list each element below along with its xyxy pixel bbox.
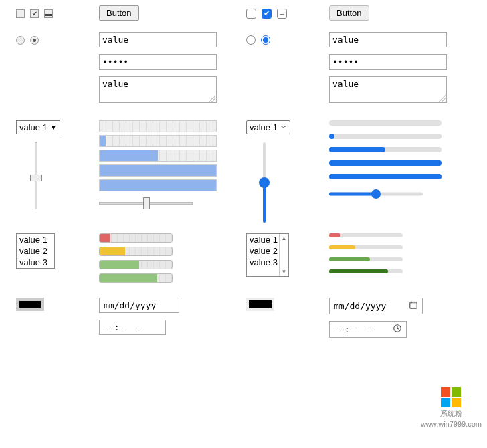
listbox-option[interactable]: value 2 bbox=[17, 245, 54, 257]
meter-old-green2 bbox=[99, 273, 173, 283]
select-new-label: value 1 bbox=[250, 122, 278, 132]
scrollbar[interactable]: ▲ ▼ bbox=[279, 234, 288, 276]
checkbox-new-indeterminate[interactable] bbox=[277, 9, 287, 19]
textarea-new[interactable]: value bbox=[329, 76, 447, 103]
textarea-old[interactable]: value bbox=[99, 76, 217, 103]
slider-new-horizontal[interactable] bbox=[329, 187, 423, 201]
clock-icon[interactable] bbox=[393, 324, 402, 335]
radio-old-unselected[interactable] bbox=[16, 36, 25, 45]
progress-new-50 bbox=[329, 147, 442, 152]
checkbox-new-unchecked[interactable] bbox=[246, 9, 256, 19]
progress-new-5 bbox=[329, 134, 442, 139]
slider-thumb[interactable] bbox=[371, 189, 381, 199]
select-old[interactable]: value 1 ▼ bbox=[16, 120, 60, 134]
date-input-new[interactable]: mm/dd/yyyy bbox=[329, 298, 423, 314]
calendar-icon[interactable] bbox=[409, 300, 418, 312]
progress-old-0 bbox=[99, 120, 217, 132]
color-input-new[interactable] bbox=[246, 298, 274, 311]
listbox-new[interactable]: value 1 value 2 value 3 ▲ ▼ bbox=[246, 233, 289, 277]
radio-old-selected[interactable] bbox=[30, 36, 39, 45]
password-input-old[interactable]: ••••• bbox=[99, 54, 217, 70]
scroll-down-icon[interactable]: ▼ bbox=[282, 269, 287, 275]
time-placeholder: --:-- -- bbox=[334, 324, 376, 334]
slider-fill bbox=[329, 193, 376, 196]
checkbox-old-unchecked[interactable] bbox=[16, 9, 25, 18]
date-input-old[interactable]: mm/dd/yyyy bbox=[99, 298, 179, 313]
text-input-old[interactable]: value bbox=[99, 32, 217, 47]
progress-new-100b bbox=[329, 174, 442, 179]
listbox-option[interactable]: value 1 bbox=[17, 234, 54, 245]
chevron-down-icon: ﹀ bbox=[280, 123, 287, 132]
time-placeholder: --:-- -- bbox=[104, 322, 146, 332]
progress-old-5 bbox=[99, 135, 217, 147]
meter-new-green1 bbox=[329, 257, 403, 261]
button-new[interactable]: Button bbox=[329, 5, 369, 21]
meter-old-green1 bbox=[99, 260, 173, 269]
progress-old-50 bbox=[99, 150, 217, 162]
slider-fill bbox=[263, 183, 266, 223]
meter-old-red bbox=[99, 233, 173, 243]
button-old[interactable]: Button bbox=[99, 5, 139, 21]
time-input-old[interactable]: --:-- -- bbox=[99, 320, 166, 335]
listbox-old[interactable]: value 1 value 2 value 3 bbox=[16, 233, 55, 269]
slider-thumb[interactable] bbox=[143, 197, 150, 209]
svg-rect-0 bbox=[410, 302, 417, 308]
date-placeholder: mm/dd/yyyy bbox=[334, 301, 386, 311]
scroll-up-icon[interactable]: ▲ bbox=[282, 235, 287, 241]
listbox-option[interactable]: value 3 bbox=[17, 257, 54, 268]
slider-thumb[interactable] bbox=[259, 177, 270, 188]
checkbox-new-checked[interactable]: ✔ bbox=[262, 9, 272, 19]
password-input-new[interactable]: ••••• bbox=[329, 54, 447, 70]
progress-old-100b bbox=[99, 179, 217, 191]
meter-old-yellow bbox=[99, 247, 173, 256]
progress-new-0 bbox=[329, 120, 442, 126]
slider-thumb[interactable] bbox=[30, 175, 42, 181]
time-input-new[interactable]: --:-- -- bbox=[329, 321, 407, 338]
checkbox-old-indeterminate[interactable]: ▬ bbox=[44, 9, 53, 18]
slider-new-vertical[interactable] bbox=[254, 142, 274, 223]
date-placeholder: mm/dd/yyyy bbox=[104, 300, 156, 310]
slider-old-horizontal[interactable] bbox=[99, 197, 193, 210]
select-new[interactable]: value 1 ﹀ bbox=[246, 120, 290, 134]
progress-old-100a bbox=[99, 164, 217, 177]
meter-new-green2 bbox=[329, 269, 403, 273]
meter-new-red bbox=[329, 233, 403, 237]
select-old-label: value 1 bbox=[19, 122, 47, 132]
slider-old-vertical[interactable] bbox=[16, 142, 56, 209]
meter-new-yellow bbox=[329, 245, 403, 249]
checkbox-old-checked[interactable]: ✔ bbox=[30, 9, 39, 18]
color-input-old[interactable] bbox=[16, 298, 44, 311]
text-input-new[interactable]: value bbox=[329, 32, 447, 47]
progress-new-100a bbox=[329, 160, 442, 166]
caret-down-icon: ▼ bbox=[50, 124, 57, 131]
radio-new-selected[interactable] bbox=[261, 35, 270, 45]
radio-new-unselected[interactable] bbox=[246, 35, 256, 45]
